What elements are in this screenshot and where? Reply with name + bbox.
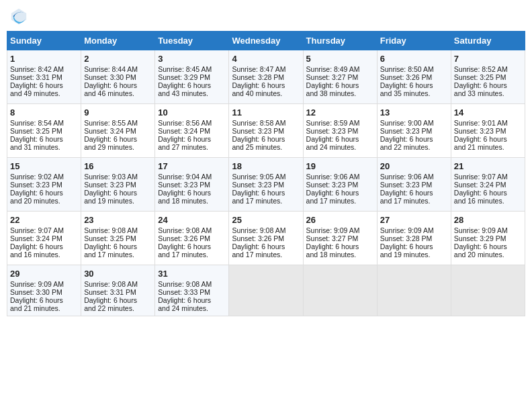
day-info-line: Sunrise: 9:03 AM xyxy=(84,173,152,181)
day-info-line: Daylight: 6 hours xyxy=(10,135,78,143)
day-info-line: and 25 minutes. xyxy=(232,143,300,151)
day-info-line: Daylight: 6 hours xyxy=(84,242,152,250)
day-number: 28 xyxy=(454,215,522,225)
calendar-cell: 28Sunrise: 9:09 AMSunset: 3:29 PMDayligh… xyxy=(451,212,525,265)
day-info-line: Sunset: 3:23 PM xyxy=(454,127,522,135)
calendar-cell: 7Sunrise: 8:52 AMSunset: 3:25 PMDaylight… xyxy=(451,50,525,104)
logo xyxy=(9,7,30,26)
day-number: 11 xyxy=(232,107,300,118)
day-info-line: Sunrise: 8:50 AM xyxy=(380,65,448,73)
day-info-line: Sunrise: 9:08 AM xyxy=(158,280,226,288)
calendar-cell: 23Sunrise: 9:08 AMSunset: 3:25 PMDayligh… xyxy=(81,212,155,265)
calendar-table: SundayMondayTuesdayWednesdayThursdayFrid… xyxy=(7,31,525,316)
day-info-line: Sunrise: 9:09 AM xyxy=(306,226,374,234)
day-info-line: Sunset: 3:25 PM xyxy=(10,127,78,135)
day-info-line: Daylight: 6 hours xyxy=(380,81,448,89)
day-info-line: Sunrise: 9:05 AM xyxy=(232,173,300,181)
calendar-cell: 19Sunrise: 9:06 AMSunset: 3:23 PMDayligh… xyxy=(303,158,377,212)
weekday-header-sunday: Sunday xyxy=(7,32,81,50)
day-info-line: and 38 minutes. xyxy=(306,89,374,97)
day-info-line: Sunset: 3:23 PM xyxy=(10,181,78,189)
day-number: 4 xyxy=(232,54,300,64)
day-number: 10 xyxy=(158,107,226,118)
day-info-line: Sunset: 3:24 PM xyxy=(158,127,226,135)
day-number: 22 xyxy=(10,215,78,225)
day-number: 24 xyxy=(158,215,226,225)
day-number: 14 xyxy=(454,107,522,118)
day-info-line: and 40 minutes. xyxy=(232,89,300,97)
day-info-line: Sunset: 3:33 PM xyxy=(158,288,226,296)
day-info-line: Daylight: 6 hours xyxy=(10,81,78,89)
day-info-line: Sunrise: 9:09 AM xyxy=(454,226,522,234)
day-info-line: and 22 minutes. xyxy=(380,143,448,151)
day-info-line: and 17 minutes. xyxy=(306,197,374,205)
day-info-line: Sunrise: 9:07 AM xyxy=(10,226,78,234)
day-info-line: Daylight: 6 hours xyxy=(84,135,152,143)
day-info-line: Sunrise: 9:06 AM xyxy=(380,173,448,181)
week-row-5: 29Sunrise: 9:09 AMSunset: 3:30 PMDayligh… xyxy=(7,265,525,316)
calendar-cell xyxy=(229,265,303,316)
day-number: 20 xyxy=(380,161,448,171)
day-info-line: Daylight: 6 hours xyxy=(454,135,522,143)
day-info-line: and 17 minutes. xyxy=(380,197,448,205)
day-info-line: Daylight: 6 hours xyxy=(380,135,448,143)
day-info-line: Daylight: 6 hours xyxy=(84,189,152,197)
day-info-line: and 16 minutes. xyxy=(10,250,78,259)
calendar-cell: 26Sunrise: 9:09 AMSunset: 3:27 PMDayligh… xyxy=(303,212,377,265)
day-info-line: Sunrise: 9:09 AM xyxy=(10,280,78,288)
day-number: 29 xyxy=(10,269,78,279)
day-number: 21 xyxy=(454,161,522,171)
day-info-line: Sunset: 3:23 PM xyxy=(158,181,226,189)
day-info-line: Daylight: 6 hours xyxy=(158,296,226,304)
day-info-line: and 16 minutes. xyxy=(454,197,522,205)
day-info-line: and 43 minutes. xyxy=(158,89,226,97)
day-info-line: Sunset: 3:24 PM xyxy=(10,234,78,242)
page-header xyxy=(7,7,525,26)
day-info-line: Daylight: 6 hours xyxy=(232,242,300,250)
calendar-cell: 4Sunrise: 8:47 AMSunset: 3:28 PMDaylight… xyxy=(229,50,303,104)
day-number: 6 xyxy=(380,54,448,64)
day-info-line: Sunset: 3:31 PM xyxy=(84,288,152,296)
calendar-cell: 3Sunrise: 8:45 AMSunset: 3:29 PMDaylight… xyxy=(155,50,229,104)
day-info-line: Daylight: 6 hours xyxy=(454,242,522,250)
day-info-line: Daylight: 6 hours xyxy=(158,242,226,250)
day-info-line: and 21 minutes. xyxy=(10,304,78,312)
calendar-cell: 10Sunrise: 8:56 AMSunset: 3:24 PMDayligh… xyxy=(155,104,229,158)
calendar-cell: 18Sunrise: 9:05 AMSunset: 3:23 PMDayligh… xyxy=(229,158,303,212)
day-info-line: and 19 minutes. xyxy=(84,197,152,205)
day-number: 8 xyxy=(10,107,78,118)
day-info-line: Sunset: 3:23 PM xyxy=(232,181,300,189)
day-info-line: Sunset: 3:26 PM xyxy=(158,234,226,242)
day-number: 30 xyxy=(84,269,152,279)
day-info-line: Daylight: 6 hours xyxy=(10,242,78,250)
calendar-cell: 6Sunrise: 8:50 AMSunset: 3:26 PMDaylight… xyxy=(377,50,451,104)
day-info-line: Daylight: 6 hours xyxy=(158,81,226,89)
day-info-line: and 17 minutes. xyxy=(232,197,300,205)
day-info-line: Sunrise: 8:59 AM xyxy=(306,119,374,127)
day-info-line: Sunrise: 9:01 AM xyxy=(454,119,522,127)
day-number: 5 xyxy=(306,54,374,64)
calendar-cell xyxy=(377,265,451,316)
calendar-cell: 9Sunrise: 8:55 AMSunset: 3:24 PMDaylight… xyxy=(81,104,155,158)
day-info-line: Daylight: 6 hours xyxy=(306,189,374,197)
day-info-line: Daylight: 6 hours xyxy=(232,135,300,143)
day-info-line: Sunset: 3:23 PM xyxy=(380,181,448,189)
day-info-line: Sunset: 3:25 PM xyxy=(454,73,522,81)
day-number: 7 xyxy=(454,54,522,64)
day-number: 18 xyxy=(232,161,300,171)
day-info-line: Sunset: 3:27 PM xyxy=(306,73,374,81)
day-info-line: Sunrise: 8:47 AM xyxy=(232,65,300,73)
day-info-line: Sunrise: 9:08 AM xyxy=(232,226,300,234)
calendar-cell xyxy=(303,265,377,316)
day-number: 12 xyxy=(306,107,374,118)
day-info-line: and 24 minutes. xyxy=(158,304,226,312)
day-info-line: Sunset: 3:23 PM xyxy=(306,181,374,189)
week-row-3: 15Sunrise: 9:02 AMSunset: 3:23 PMDayligh… xyxy=(7,158,525,212)
calendar-cell: 1Sunrise: 8:42 AMSunset: 3:31 PMDaylight… xyxy=(7,50,81,104)
day-number: 15 xyxy=(10,161,78,171)
day-info-line: Daylight: 6 hours xyxy=(380,242,448,250)
day-info-line: and 20 minutes. xyxy=(10,197,78,205)
day-info-line: Sunset: 3:30 PM xyxy=(10,288,78,296)
day-info-line: and 31 minutes. xyxy=(10,143,78,151)
calendar-cell: 24Sunrise: 9:08 AMSunset: 3:26 PMDayligh… xyxy=(155,212,229,265)
